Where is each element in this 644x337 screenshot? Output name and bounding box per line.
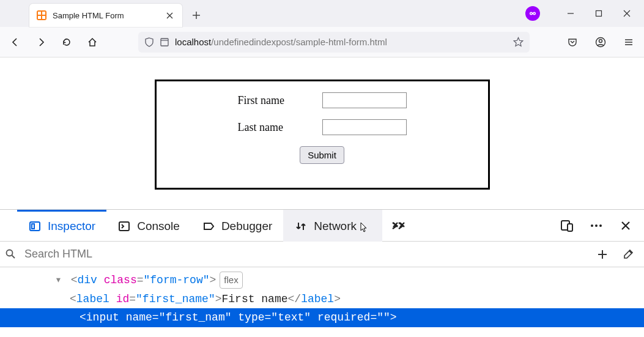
- new-tab-button[interactable]: [187, 6, 205, 24]
- svg-rect-1: [42, 12, 45, 15]
- svg-point-7: [534, 13, 535, 14]
- home-button[interactable]: [84, 34, 100, 50]
- flex-badge[interactable]: flex: [220, 272, 242, 289]
- extension-badge-icon[interactable]: [525, 6, 540, 21]
- nav-toolbar: localhost/undefinedindexpost/sample-html…: [0, 27, 644, 57]
- url-text: localhost/undefinedindexpost/sample-html…: [175, 37, 387, 47]
- html-tree[interactable]: ▾ <div class="form-row">flex <label id="…: [0, 267, 644, 331]
- xampp-favicon: [37, 10, 46, 20]
- svg-rect-3: [42, 16, 45, 19]
- html-search-input[interactable]: [22, 245, 590, 263]
- last-name-input[interactable]: [322, 119, 407, 135]
- shield-icon[interactable]: [144, 37, 154, 47]
- html-row-div[interactable]: ▾ <div class="form-row">flex: [55, 271, 644, 290]
- inspector-icon: [28, 220, 42, 233]
- app-menu-icon[interactable]: [621, 34, 637, 50]
- first-name-label: First name: [238, 94, 299, 107]
- page-info-icon[interactable]: [160, 37, 169, 47]
- debugger-label: Debugger: [221, 220, 272, 233]
- network-icon: [294, 220, 308, 233]
- debugger-icon: [202, 220, 215, 233]
- responsive-design-icon[interactable]: [558, 217, 576, 234]
- sample-form: First name Last name Submit: [155, 80, 490, 190]
- browser-tab[interactable]: Sample HTML Form: [29, 4, 182, 27]
- tab-inspector[interactable]: Inspector: [17, 210, 106, 242]
- html-row-input-selected[interactable]: <input name="first_nam" type="text" requ…: [0, 308, 644, 327]
- svg-rect-9: [161, 39, 168, 46]
- devtools-close-icon[interactable]: [617, 217, 634, 234]
- svg-rect-8: [596, 11, 602, 17]
- svg-point-18: [591, 224, 593, 227]
- account-icon[interactable]: [593, 34, 609, 50]
- forward-button[interactable]: [33, 34, 49, 50]
- back-button[interactable]: [7, 34, 23, 50]
- bookmark-star-icon[interactable]: [513, 37, 524, 47]
- cursor-icon: [360, 222, 369, 233]
- tab-title: Sample HTML Form: [53, 11, 124, 20]
- devtools-tabstrip: Inspector Console Debugger Network: [0, 210, 644, 242]
- search-icon: [5, 248, 17, 261]
- tab-debugger[interactable]: Debugger: [191, 210, 283, 242]
- page-viewport: First name Last name Submit: [0, 57, 644, 209]
- window-maximize-button[interactable]: [594, 9, 604, 18]
- tab-console[interactable]: Console: [106, 210, 191, 242]
- svg-point-6: [531, 13, 532, 14]
- console-label: Console: [137, 220, 180, 233]
- titlebar: Sample HTML Form: [0, 0, 644, 27]
- html-row-label[interactable]: <label id="first_name">First name</label…: [55, 290, 644, 309]
- svg-point-11: [599, 39, 602, 42]
- pocket-icon[interactable]: [564, 34, 580, 50]
- devtools-menu-icon[interactable]: [588, 217, 605, 234]
- svg-rect-0: [38, 12, 41, 15]
- svg-rect-14: [32, 224, 34, 229]
- inspector-label: Inspector: [48, 220, 95, 233]
- svg-rect-2: [38, 16, 41, 19]
- first-name-input[interactable]: [322, 92, 407, 108]
- eyedropper-icon[interactable]: [621, 247, 635, 262]
- console-icon: [117, 220, 131, 233]
- reload-button[interactable]: [59, 34, 75, 50]
- devtools-search-bar: [0, 242, 644, 267]
- tab-network[interactable]: Network: [283, 210, 382, 242]
- pick-element-icon[interactable]: [0, 218, 17, 234]
- submit-button[interactable]: Submit: [300, 146, 344, 164]
- window-close-button[interactable]: [622, 9, 632, 18]
- svg-point-20: [599, 224, 602, 227]
- more-tabs-icon[interactable]: [382, 219, 415, 232]
- add-node-icon[interactable]: [595, 247, 610, 262]
- svg-point-19: [595, 224, 598, 227]
- url-bar[interactable]: localhost/undefinedindexpost/sample-html…: [138, 32, 530, 53]
- tab-close-button[interactable]: [164, 10, 175, 21]
- devtools: Inspector Console Debugger Network: [0, 209, 644, 337]
- last-name-label: Last name: [238, 121, 299, 134]
- window-minimize-button[interactable]: [566, 9, 576, 18]
- network-label: Network: [314, 220, 357, 233]
- svg-rect-17: [568, 224, 572, 231]
- svg-point-21: [7, 250, 13, 256]
